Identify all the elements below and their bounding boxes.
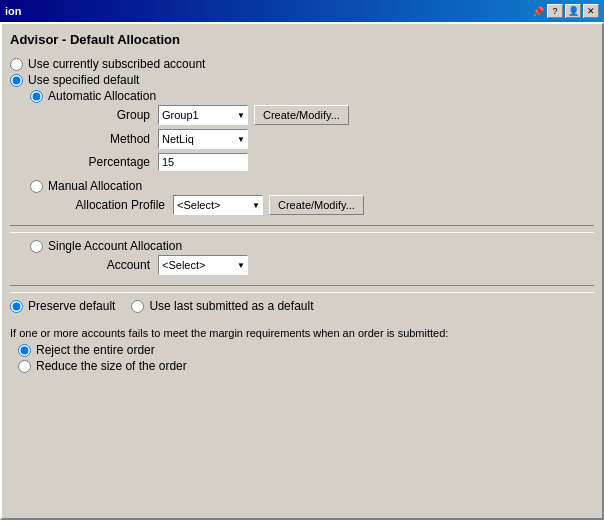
- field-row-method: Method NetLiq Equal Manual: [70, 129, 594, 149]
- field-row-account: Account <Select>: [70, 255, 594, 275]
- separator-3: [10, 285, 594, 286]
- separator-2: [10, 232, 594, 233]
- label-automatic: Automatic Allocation: [48, 89, 156, 103]
- label-group: Group: [70, 108, 150, 122]
- create-modify-button-1[interactable]: Create/Modify...: [254, 105, 349, 125]
- radio-row-reject: Reject the entire order: [18, 343, 594, 357]
- label-single: Single Account Allocation: [48, 239, 182, 253]
- separator-1: [10, 225, 594, 226]
- label-method: Method: [70, 132, 150, 146]
- label-subscribed: Use currently subscribed account: [28, 57, 205, 71]
- label-specified: Use specified default: [28, 73, 139, 87]
- group-select-wrapper: Group1 Group2: [158, 105, 248, 125]
- radio-last-submitted[interactable]: [131, 300, 144, 313]
- label-preserve: Preserve default: [28, 299, 115, 313]
- radio-row-preserve: Preserve default: [10, 299, 115, 313]
- allocation-profile-select[interactable]: <Select>: [173, 195, 263, 215]
- account-select[interactable]: <Select>: [158, 255, 248, 275]
- percentage-input[interactable]: [158, 153, 248, 171]
- radio-subscribed[interactable]: [10, 58, 23, 71]
- radio-row-reduce: Reduce the size of the order: [18, 359, 594, 373]
- radio-single[interactable]: [30, 240, 43, 253]
- radio-row-last-submitted: Use last submitted as a default: [131, 299, 313, 313]
- preserve-row: Preserve default Use last submitted as a…: [10, 299, 594, 315]
- group-select[interactable]: Group1 Group2: [158, 105, 248, 125]
- dialog-title: Advisor - Default Allocation: [10, 32, 594, 47]
- title-bar-buttons: 📌 ? 👤 ✕: [531, 4, 599, 18]
- radio-row-specified: Use specified default: [10, 73, 594, 87]
- allocation-profile-select-wrapper: <Select>: [173, 195, 263, 215]
- pin-icon[interactable]: 📌: [531, 4, 545, 18]
- radio-row-automatic: Automatic Allocation: [30, 89, 594, 103]
- radio-row-subscribed: Use currently subscribed account: [10, 57, 594, 71]
- window-title: ion: [5, 5, 22, 17]
- radio-reject[interactable]: [18, 344, 31, 357]
- label-manual: Manual Allocation: [48, 179, 142, 193]
- label-percentage: Percentage: [70, 155, 150, 169]
- method-select[interactable]: NetLiq Equal Manual: [158, 129, 248, 149]
- field-row-allocation-profile: Allocation Profile <Select> Create/Modif…: [70, 195, 594, 215]
- create-modify-button-2[interactable]: Create/Modify...: [269, 195, 364, 215]
- radio-automatic[interactable]: [30, 90, 43, 103]
- close-button[interactable]: ✕: [583, 4, 599, 18]
- radio-specified[interactable]: [10, 74, 23, 87]
- label-last-submitted: Use last submitted as a default: [149, 299, 313, 313]
- margin-section: If one or more accounts fails to meet th…: [10, 327, 594, 375]
- radio-row-single: Single Account Allocation: [30, 239, 594, 253]
- radio-row-manual: Manual Allocation: [30, 179, 594, 193]
- label-reject: Reject the entire order: [36, 343, 155, 357]
- help-button[interactable]: ?: [547, 4, 563, 18]
- user-button[interactable]: 👤: [565, 4, 581, 18]
- radio-preserve[interactable]: [10, 300, 23, 313]
- title-bar: ion 📌 ? 👤 ✕: [0, 0, 604, 22]
- radio-manual[interactable]: [30, 180, 43, 193]
- label-allocation-profile: Allocation Profile: [70, 198, 165, 212]
- separator-4: [10, 292, 594, 293]
- label-account: Account: [70, 258, 150, 272]
- field-row-percentage: Percentage: [70, 153, 594, 171]
- method-select-wrapper: NetLiq Equal Manual: [158, 129, 248, 149]
- dialog: Advisor - Default Allocation Use current…: [0, 22, 604, 520]
- account-select-wrapper: <Select>: [158, 255, 248, 275]
- field-row-group: Group Group1 Group2 Create/Modify...: [70, 105, 594, 125]
- label-reduce: Reduce the size of the order: [36, 359, 187, 373]
- margin-text: If one or more accounts fails to meet th…: [10, 327, 594, 339]
- radio-reduce[interactable]: [18, 360, 31, 373]
